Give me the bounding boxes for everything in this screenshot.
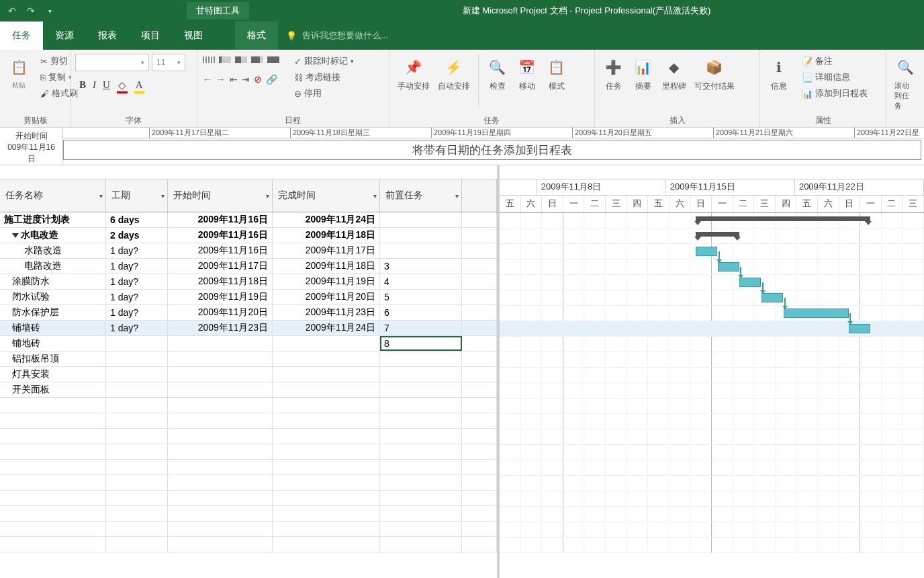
gantt-task-bar[interactable] — [696, 247, 717, 256]
cell-duration[interactable] — [106, 537, 168, 552]
cell-predecessor[interactable] — [380, 413, 462, 428]
gantt-row[interactable] — [500, 352, 924, 368]
table-row[interactable]: 铝扣板吊顶 — [0, 352, 497, 367]
chevron-down-icon[interactable]: ▾ — [373, 192, 377, 200]
cell-start[interactable]: 2009年11月16日 — [168, 228, 273, 243]
cell-name[interactable]: 铺地砖 — [0, 336, 106, 351]
redo-icon[interactable]: ↷ — [21, 1, 40, 20]
cell-finish[interactable] — [273, 475, 380, 490]
cell-start[interactable] — [168, 506, 273, 521]
tab-task[interactable]: 任务 — [0, 22, 43, 50]
col-task-name[interactable]: 任务名称▾ — [0, 179, 106, 212]
cell-start[interactable]: 2009年11月20日 — [168, 305, 273, 320]
table-row[interactable]: 铺墙砖1 day?2009年11月23日2009年11月24日7 — [0, 321, 497, 336]
cell-finish[interactable] — [273, 491, 380, 505]
cell-start[interactable] — [168, 444, 273, 459]
cell-finish[interactable]: 2009年11月23日 — [273, 305, 380, 320]
cell-predecessor[interactable]: 6 — [380, 305, 462, 320]
cell-finish[interactable] — [273, 522, 380, 536]
cell-duration[interactable]: 6 days — [106, 212, 168, 227]
cell-finish[interactable] — [273, 352, 380, 366]
cell-start[interactable] — [168, 429, 273, 444]
col-duration[interactable]: 工期▾ — [106, 179, 168, 212]
tab-project[interactable]: 项目 — [129, 22, 172, 50]
cell-name[interactable] — [0, 475, 106, 490]
gantt-summary-bar[interactable] — [696, 216, 870, 221]
cell-extra[interactable] — [462, 305, 497, 320]
cell-start[interactable] — [168, 522, 273, 536]
cell-name[interactable] — [0, 506, 106, 521]
respect-links-button[interactable]: ⛓考虑链接 — [290, 70, 358, 85]
gantt-row[interactable] — [500, 460, 924, 476]
table-row[interactable]: 防水保护层1 day?2009年11月20日2009年11月23日6 — [0, 305, 497, 321]
cell-extra[interactable] — [462, 259, 497, 274]
col-finish[interactable]: 完成时间▾ — [273, 179, 380, 212]
cell-duration[interactable] — [106, 413, 168, 428]
cell-extra[interactable] — [462, 382, 497, 397]
font-size-select[interactable]: 11▾ — [152, 54, 185, 71]
gantt-row[interactable] — [500, 321, 924, 337]
table-row[interactable]: 灯具安装 — [0, 367, 497, 382]
predecessor-input[interactable] — [384, 338, 457, 349]
notes-button[interactable]: 📝备注 — [798, 54, 872, 69]
cell-extra[interactable] — [462, 228, 497, 243]
cell-predecessor[interactable] — [380, 212, 462, 227]
cell-name[interactable]: 闭水试验 — [0, 290, 106, 304]
inspect-button[interactable]: 🔍检查 — [483, 54, 512, 95]
table-row[interactable]: 水电改造2 days2009年11月16日2009年11月18日 — [0, 228, 497, 243]
cell-name[interactable]: 防水保护层 — [0, 305, 106, 320]
move-button[interactable]: 📅移动 — [512, 54, 542, 95]
cell-extra[interactable] — [462, 522, 497, 536]
cell-name[interactable] — [0, 413, 106, 428]
gantt-row[interactable] — [500, 213, 924, 229]
gantt-body[interactable] — [500, 213, 924, 553]
cell-duration[interactable] — [106, 506, 168, 521]
font-family-select[interactable]: ▾ — [75, 54, 149, 71]
underline-button[interactable]: U — [103, 79, 110, 93]
mode-button[interactable]: 📋模式 — [542, 54, 571, 95]
gantt-summary-bar[interactable] — [696, 232, 739, 237]
cell-finish[interactable] — [273, 413, 380, 428]
cell-name[interactable] — [0, 429, 106, 444]
cell-predecessor[interactable]: 5 — [380, 290, 462, 304]
table-row[interactable] — [0, 413, 497, 429]
cell-start[interactable]: 2009年11月19日 — [168, 290, 273, 304]
gantt-row[interactable] — [500, 383, 924, 399]
progress-icons[interactable] — [201, 54, 281, 66]
cell-extra[interactable] — [462, 398, 497, 413]
cell-duration[interactable]: 2 days — [106, 228, 168, 243]
cell-extra[interactable] — [462, 537, 497, 552]
gantt-row[interactable] — [500, 445, 924, 460]
cell-predecessor[interactable] — [380, 491, 462, 505]
scroll-to-task-button[interactable]: 🔍滚动到任务 — [890, 54, 920, 114]
cell-finish[interactable] — [273, 398, 380, 413]
cell-start[interactable] — [168, 537, 273, 552]
cell-finish[interactable]: 2009年11月18日 — [273, 259, 380, 274]
cell-predecessor[interactable] — [380, 460, 462, 474]
cell-name[interactable]: 涂膜防水 — [0, 274, 106, 289]
cell-name[interactable]: 灯具安装 — [0, 367, 106, 382]
cell-name[interactable]: 水电改造 — [0, 228, 106, 243]
gantt-row[interactable] — [500, 507, 924, 522]
cell-duration[interactable]: 1 day? — [106, 305, 168, 320]
cell-extra[interactable] — [462, 444, 497, 459]
cell-finish[interactable]: 2009年11月20日 — [273, 290, 380, 304]
cell-finish[interactable] — [273, 336, 380, 351]
chevron-down-icon[interactable]: ▾ — [455, 192, 459, 200]
cell-duration[interactable] — [106, 491, 168, 505]
cell-finish[interactable] — [273, 444, 380, 459]
table-row[interactable]: 施工进度计划表6 days2009年11月16日2009年11月24日 — [0, 212, 497, 228]
cell-extra[interactable] — [462, 243, 497, 258]
cell-duration[interactable] — [106, 398, 168, 413]
cell-start[interactable]: 2009年11月16日 — [168, 243, 273, 258]
table-row[interactable] — [0, 522, 497, 537]
undo-icon[interactable]: ↶ — [3, 1, 21, 20]
gantt-row[interactable] — [500, 414, 924, 429]
cell-predecessor[interactable] — [380, 475, 462, 490]
cell-extra[interactable] — [462, 413, 497, 428]
cell-name[interactable] — [0, 444, 106, 459]
cell-finish[interactable] — [273, 382, 380, 397]
cell-finish[interactable] — [273, 506, 380, 521]
col-start[interactable]: 开始时间▾ — [168, 179, 273, 212]
cell-predecessor[interactable] — [380, 522, 462, 536]
